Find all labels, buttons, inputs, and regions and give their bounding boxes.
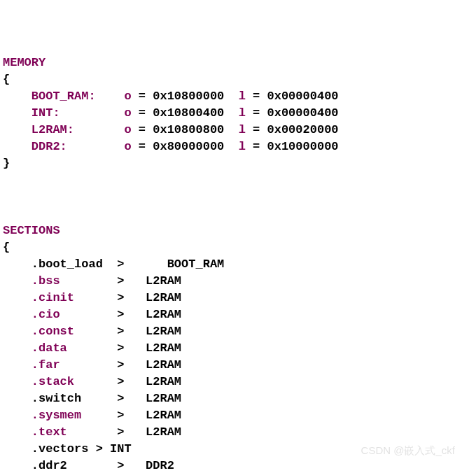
sec-target: BOOT_RAM (167, 257, 225, 271)
sec-target: L2RAM (146, 392, 181, 405)
mem-l-kw: l (239, 106, 246, 120)
sec-target: L2RAM (146, 409, 181, 422)
mem-name: INT: (31, 106, 60, 120)
sec-name: .data (31, 341, 67, 355)
mem-l-kw: l (239, 90, 246, 103)
sec-target: L2RAM (146, 358, 181, 372)
sec-name: .text (31, 425, 67, 439)
memory-row: BOOT_RAM: o = 0x10800000 l = 0x00000400 (3, 90, 339, 103)
sec-target: DDR2 (146, 459, 174, 472)
mem-o-eq: = (132, 90, 153, 103)
mem-l-val: 0x00020000 (267, 123, 339, 136)
section-row: .vectors > INT (3, 442, 132, 456)
section-row: .sysmem > L2RAM (3, 409, 181, 422)
mem-o-val: 0x10800800 (153, 123, 224, 136)
section-row: .bss > L2RAM (3, 274, 181, 288)
mem-l-eq: = (246, 106, 267, 120)
sec-op: > (117, 375, 124, 388)
sec-name: .bss (31, 274, 60, 288)
sec-name: .cio (31, 308, 60, 321)
section-row: .const > L2RAM (3, 325, 181, 338)
section-row: .cinit > L2RAM (3, 291, 181, 304)
mem-o-kw: o (124, 140, 131, 153)
mem-l-val: 0x00000400 (267, 106, 339, 120)
sec-target: L2RAM (146, 375, 181, 388)
sec-op: > (117, 308, 124, 321)
sec-op: > (117, 274, 124, 288)
sec-name: .sysmem (31, 409, 81, 422)
sec-target: L2RAM (146, 291, 181, 304)
mem-name: BOOT_RAM: (31, 90, 96, 103)
sec-name: .cinit (31, 291, 74, 304)
mem-o-eq: = (132, 123, 153, 136)
sections-header: SECTIONS (3, 224, 60, 237)
sec-target: L2RAM (146, 325, 181, 338)
sec-op: > (117, 257, 124, 271)
sec-target: L2RAM (146, 341, 181, 355)
sec-target: INT (110, 442, 132, 456)
sec-target: L2RAM (146, 425, 181, 439)
section-row: .stack > L2RAM (3, 375, 181, 388)
sec-target: L2RAM (146, 274, 181, 288)
sec-target: L2RAM (146, 308, 181, 321)
mem-l-kw: l (239, 123, 246, 136)
mem-name: L2RAM: (31, 123, 74, 136)
section-row: .switch > L2RAM (3, 392, 181, 405)
sec-name: .const (31, 325, 74, 338)
mem-l-eq: = (246, 140, 267, 153)
sec-name: .ddr2 (31, 459, 67, 472)
section-row: .ddr2 > DDR2 (3, 459, 174, 472)
memory-row: INT: o = 0x10800400 l = 0x00000400 (3, 106, 339, 120)
memory-row: DDR2: o = 0x80000000 l = 0x10000000 (3, 140, 339, 153)
mem-l-val: 0x10000000 (267, 140, 339, 153)
sec-op: > (117, 358, 124, 372)
section-row: .text > L2RAM (3, 425, 181, 439)
mem-o-kw: o (124, 123, 131, 136)
memory-open-brace: { (3, 73, 10, 86)
sec-op: > (117, 392, 124, 405)
mem-o-kw: o (124, 90, 131, 103)
section-row: .far > L2RAM (3, 358, 181, 372)
sec-op: > (117, 459, 124, 472)
sec-op: > (96, 442, 103, 456)
mem-name: DDR2: (31, 140, 67, 153)
mem-o-eq: = (132, 140, 153, 153)
sec-op: > (117, 341, 124, 355)
mem-o-kw: o (124, 106, 131, 120)
sec-name: .far (31, 358, 60, 372)
sec-op: > (117, 425, 124, 439)
sec-name: .switch (31, 392, 81, 405)
mem-l-val: 0x00000400 (267, 90, 339, 103)
section-row: .data > L2RAM (3, 341, 181, 355)
memory-header: MEMORY (3, 56, 46, 69)
memory-close-brace: } (3, 157, 10, 170)
sections-open-brace: { (3, 241, 10, 254)
sec-op: > (117, 409, 124, 422)
mem-l-eq: = (246, 123, 267, 136)
mem-o-eq: = (132, 106, 153, 120)
sec-name: .stack (31, 375, 74, 388)
mem-o-val: 0x10800400 (153, 106, 224, 120)
memory-row: L2RAM: o = 0x10800800 l = 0x00020000 (3, 123, 339, 136)
mem-l-eq: = (246, 90, 267, 103)
sec-name: .boot_load (31, 257, 103, 271)
mem-l-kw: l (239, 140, 246, 153)
watermark-text: CSDN @嵌入式_ckf (361, 442, 455, 459)
section-row: .boot_load > BOOT_RAM (3, 257, 224, 271)
sec-op: > (117, 291, 124, 304)
sec-name: .vectors (31, 442, 89, 456)
section-row: .cio > L2RAM (3, 308, 181, 321)
mem-o-val: 0x10800000 (153, 90, 224, 103)
mem-o-val: 0x80000000 (153, 140, 224, 153)
sec-op: > (117, 325, 124, 338)
